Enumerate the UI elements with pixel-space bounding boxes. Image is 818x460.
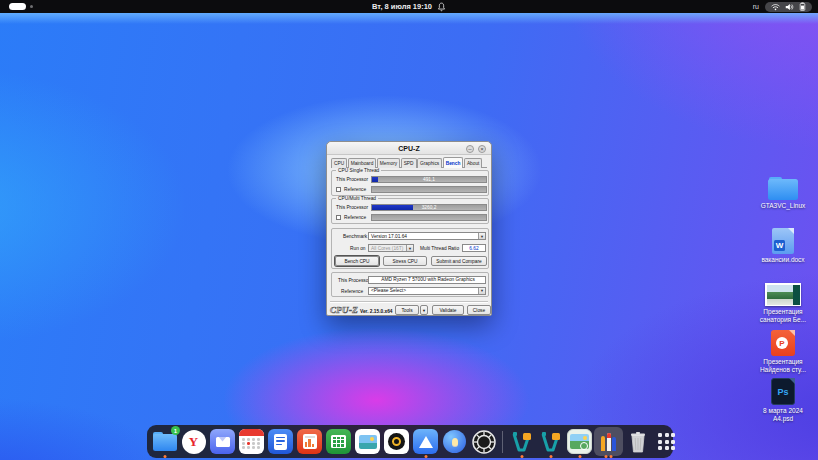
- multi-thread-score: 3260,2: [372, 205, 486, 210]
- clock[interactable]: Вт, 8 июля 19:10: [372, 2, 432, 11]
- trash-icon: [627, 430, 649, 454]
- tab-mainboard[interactable]: Mainboard: [348, 158, 377, 168]
- tab-memory[interactable]: Memory: [377, 158, 400, 168]
- notification-bell-icon[interactable]: [437, 2, 446, 12]
- running-indicator: [520, 455, 523, 458]
- running-indicator: [549, 455, 552, 458]
- desktop-icon-photoshop[interactable]: Ps 8 марта 2024 А4.psd: [752, 378, 814, 422]
- validate-button[interactable]: Validate: [432, 305, 464, 315]
- dock-presentation-editor[interactable]: [297, 429, 322, 454]
- this-processor-label: This Processor: [338, 278, 370, 283]
- dock-wine-app-1[interactable]: [509, 429, 534, 454]
- desktop-icon-image[interactable]: Презентация санатория Бе...: [752, 283, 814, 323]
- dock-settings[interactable]: [471, 429, 496, 454]
- running-indicator: [424, 455, 427, 458]
- reference-label: Reference: [344, 215, 366, 220]
- dock-app-launcher[interactable]: [654, 429, 679, 454]
- dock-file-manager[interactable]: 1: [152, 429, 177, 454]
- tools-button[interactable]: Tools: [395, 305, 419, 315]
- this-processor-value: AMD Ryzen 7 5700U with Radeon Graphics: [368, 276, 486, 284]
- menu-bar: Вт, 8 июля 19:10 ru: [0, 0, 818, 13]
- volume-icon: [785, 3, 794, 11]
- menu-bar-clock-area[interactable]: Вт, 8 июля 19:10: [0, 0, 818, 13]
- running-indicator: [605, 455, 608, 458]
- window-titlebar[interactable]: CPU-Z – ×: [327, 142, 491, 155]
- desktop-icon-label: 8 марта 2024 А4.psd: [753, 407, 813, 422]
- group-title: CPU/Multi Thread: [336, 196, 378, 202]
- run-on-combo: All Cores (16T)▼: [368, 244, 414, 252]
- image-thumbnail-icon: [765, 283, 801, 306]
- photoshop-file-icon: Ps: [771, 378, 795, 405]
- shutter-icon: [472, 430, 496, 454]
- dock-assistant[interactable]: [442, 429, 467, 454]
- dock-photos[interactable]: [355, 429, 380, 454]
- dock-graphics-tools-active[interactable]: [596, 429, 621, 454]
- reference-combo[interactable]: <Please Select>▼: [368, 287, 486, 295]
- cpuz-window: CPU-Z – × CPU Mainboard Memory SPD Graph…: [326, 141, 492, 316]
- group-title: CPU Single Thread: [336, 168, 381, 174]
- desktop-icon-word-doc[interactable]: W вакансии.docx: [752, 228, 814, 264]
- dock-calendar[interactable]: [239, 429, 264, 454]
- desktop-icon-presentation[interactable]: P Презентация Найденов сту...: [752, 330, 814, 373]
- tab-bar: CPU Mainboard Memory SPD Graphics Bench …: [331, 158, 487, 168]
- desktop-icon-gta3vc-folder[interactable]: GTA3VC_Linux: [752, 177, 814, 210]
- dock-text-editor[interactable]: [268, 429, 293, 454]
- dock-spreadsheet-editor[interactable]: [326, 429, 351, 454]
- window-title: CPU-Z: [398, 145, 419, 152]
- run-on-label: Run on: [350, 246, 365, 251]
- close-button[interactable]: ×: [478, 145, 486, 153]
- version-label: Ver. 2.15.0.x64: [360, 309, 393, 314]
- tools-dropdown-button[interactable]: ▼: [420, 305, 428, 315]
- multi-thread-score-bar: 3260,2: [371, 204, 487, 211]
- desktop-icon-label: Презентация санатория Бе...: [753, 308, 813, 323]
- minimize-button[interactable]: –: [466, 145, 474, 153]
- multi-thread-ratio-value: 6.62: [462, 244, 486, 252]
- benchmark-version-combo[interactable]: Version 17.01.64▼: [368, 232, 486, 240]
- running-indicator: [163, 455, 166, 458]
- reference-checkbox[interactable]: [336, 215, 341, 220]
- dock-app-store[interactable]: [413, 429, 438, 454]
- word-document-icon: W: [772, 228, 794, 254]
- dock: 1 Y: [147, 425, 673, 458]
- tab-graphics[interactable]: Graphics: [417, 158, 442, 168]
- dock-wine-app-2[interactable]: [538, 429, 563, 454]
- tab-spd[interactable]: SPD: [401, 158, 417, 168]
- reference-checkbox[interactable]: [336, 187, 341, 192]
- group-processor: This Processor AMD Ryzen 7 5700U with Ra…: [331, 272, 489, 297]
- wine-app-icon: [510, 430, 534, 454]
- dock-yandex-browser[interactable]: Y: [181, 429, 206, 454]
- single-reference-bar: [371, 186, 487, 193]
- close-window-button[interactable]: Close: [467, 305, 491, 315]
- reference-label: Reference: [341, 289, 363, 294]
- group-cpu-single-thread: CPU Single Thread This Processor 491,1 R…: [331, 170, 489, 196]
- benchmark-label: Benchmark: [343, 234, 367, 239]
- multi-thread-ratio-label: Multi Thread Ratio: [420, 246, 459, 251]
- tab-bench[interactable]: Bench: [443, 157, 464, 168]
- desktop-icon-label: вакансии.docx: [761, 256, 804, 264]
- this-processor-label: This Processor: [336, 205, 368, 210]
- bench-cpu-button[interactable]: Bench CPU: [335, 256, 379, 266]
- wifi-icon: [771, 3, 780, 11]
- folder-icon: [768, 177, 798, 200]
- desktop-icon-label: GTA3VC_Linux: [761, 202, 806, 210]
- running-indicator: [610, 455, 613, 458]
- submit-and-compare-button[interactable]: Submit and Compare: [431, 256, 487, 266]
- system-tray[interactable]: [765, 2, 812, 12]
- tab-cpu[interactable]: CPU: [331, 158, 347, 168]
- single-thread-score: 491,1: [372, 177, 486, 182]
- desktop-icon-label: Презентация Найденов сту...: [753, 358, 813, 373]
- this-processor-label: This Processor: [336, 177, 368, 182]
- multi-reference-bar: [371, 214, 487, 221]
- dock-trash[interactable]: [625, 429, 650, 454]
- tab-about[interactable]: About: [464, 158, 483, 168]
- dock-media-player[interactable]: [384, 429, 409, 454]
- notification-badge: 1: [171, 426, 180, 435]
- dock-mail[interactable]: [210, 429, 235, 454]
- dock-image-viewer[interactable]: [567, 429, 592, 454]
- battery-icon: [799, 2, 806, 11]
- keyboard-layout-indicator[interactable]: ru: [753, 3, 759, 10]
- presentation-file-icon: P: [771, 330, 795, 356]
- stress-cpu-button[interactable]: Stress CPU: [383, 256, 427, 266]
- wine-app-icon: [539, 430, 563, 454]
- running-indicator: [578, 455, 581, 458]
